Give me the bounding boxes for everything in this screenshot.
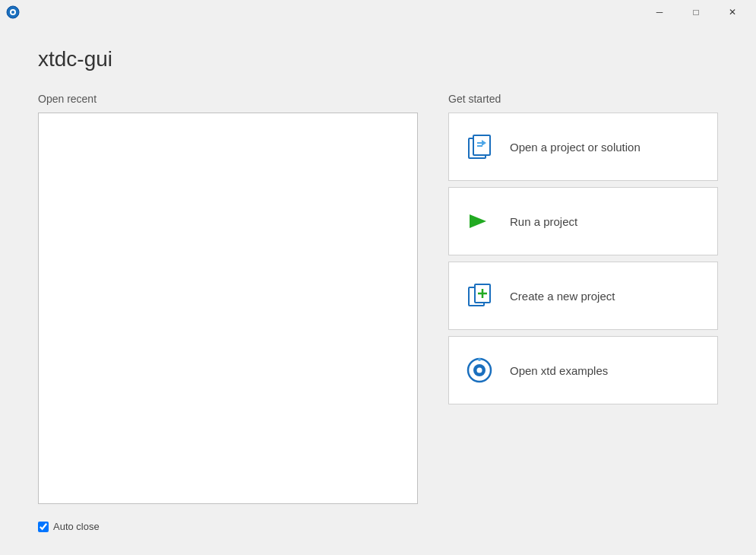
- title-bar-left: [6, 5, 20, 19]
- action-cards: Open a project or solution Run a project: [448, 113, 718, 404]
- run-project-icon: [463, 205, 496, 238]
- footer: Auto close: [38, 510, 718, 532]
- minimize-button[interactable]: ─: [642, 0, 677, 24]
- content-area: Open recent Get started: [38, 93, 718, 504]
- open-project-card[interactable]: Open a project or solution: [448, 113, 718, 181]
- app-icon: [6, 5, 20, 19]
- create-project-label: Create a new project: [510, 290, 615, 303]
- maximize-button[interactable]: □: [679, 0, 713, 24]
- auto-close-checkbox[interactable]: [38, 522, 49, 532]
- create-project-icon: [463, 279, 496, 312]
- run-project-card[interactable]: Run a project: [448, 187, 718, 255]
- right-panel: Get started: [448, 93, 718, 504]
- open-project-icon: [463, 130, 496, 163]
- run-project-label: Run a project: [510, 215, 577, 228]
- create-project-card[interactable]: Create a new project: [448, 262, 718, 330]
- title-bar: ─ □ ✕: [0, 0, 756, 24]
- svg-marker-5: [470, 214, 486, 228]
- open-recent-label: Open recent: [38, 93, 418, 105]
- svg-point-13: [478, 358, 481, 361]
- auto-close-label: Auto close: [53, 521, 100, 532]
- open-examples-label: Open xtd examples: [510, 364, 608, 377]
- main-content: xtdc-gui Open recent Get started: [0, 24, 756, 555]
- open-examples-icon: [463, 354, 496, 387]
- title-bar-controls: ─ □ ✕: [642, 0, 750, 24]
- get-started-label: Get started: [448, 93, 718, 105]
- left-panel: Open recent: [38, 93, 418, 504]
- svg-point-12: [477, 368, 482, 373]
- close-button[interactable]: ✕: [715, 0, 750, 24]
- recent-list: [38, 113, 418, 504]
- open-examples-card[interactable]: Open xtd examples: [448, 336, 718, 404]
- svg-point-2: [11, 11, 14, 14]
- app-title: xtdc-gui: [38, 47, 718, 71]
- auto-close-wrapper[interactable]: Auto close: [38, 521, 100, 532]
- open-project-label: Open a project or solution: [510, 141, 641, 154]
